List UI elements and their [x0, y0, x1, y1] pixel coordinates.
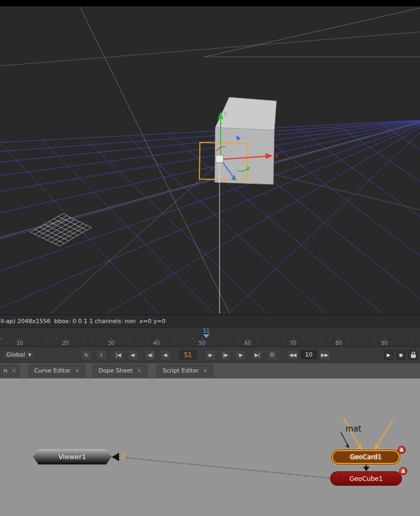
chevron-down-icon: ▾	[28, 351, 31, 358]
play-forward-button[interactable]: ▶	[205, 350, 216, 360]
node-viewer1-label: Viewer1	[58, 453, 86, 461]
node-geocube1[interactable]: GeoCube1	[330, 471, 402, 486]
viewer-input-number: 1	[121, 452, 125, 460]
frame-range-mode-select[interactable]: Global ▾	[2, 350, 36, 360]
viewer-info-text: ll-ap) 2048x1556 bbox: 0 0 1 1 channels:…	[1, 318, 165, 325]
animated-badge: A	[398, 446, 406, 454]
play-backward-button[interactable]: ◀	[160, 350, 171, 360]
node-geocard1[interactable]: GeoCard1	[332, 450, 400, 464]
viewer-info-bar: ll-ap) 2048x1556 bbox: 0 0 1 1 channels:…	[0, 315, 420, 327]
3d-viewport[interactable]: Y X	[0, 6, 420, 315]
x-axis-label: X	[275, 154, 278, 159]
goto-start-button[interactable]: |◀	[113, 350, 124, 360]
world-grid-lines	[0, 6, 420, 314]
ruler-tick-label: 70	[290, 340, 297, 346]
close-icon[interactable]: ×	[137, 368, 141, 374]
render-button[interactable]: ▶	[384, 350, 393, 360]
timeline-ruler[interactable]: 10 20 30 40 50 60 70 80 90 51	[0, 327, 420, 346]
window-top-strip	[0, 0, 420, 6]
y-axis-label: Y	[223, 112, 227, 117]
node-geocube1-label: GeoCube1	[349, 475, 383, 483]
step-forward-button[interactable]: |▶	[220, 350, 231, 360]
ruler-tick-label: 40	[153, 340, 160, 346]
close-icon[interactable]: ×	[203, 368, 207, 374]
lock-icon	[410, 351, 416, 358]
ruler-tick-label: 20	[62, 340, 69, 346]
offscreen-node-label-mat: mat	[346, 424, 362, 434]
blue-ground-grid	[0, 120, 420, 314]
tab-node-graph[interactable]: n ×	[0, 365, 20, 377]
cube-geometry[interactable]	[215, 97, 276, 184]
ruler-tick-label: 30	[108, 340, 115, 346]
node-viewer1[interactable]: Viewer1	[33, 449, 112, 464]
increment-button[interactable]: ▶▶	[319, 350, 331, 360]
ruler-tick-label: 90	[381, 340, 388, 346]
node-graph-canvas[interactable]: mat Viewer1 1 GeoCard1 A GeoCube1 A	[0, 378, 420, 516]
goto-end-button[interactable]: ▶|	[252, 350, 263, 360]
decrement-button[interactable]: ◀◀	[287, 350, 299, 360]
tab-dope-sheet[interactable]: Dope Sheet ×	[93, 365, 147, 377]
ruler-tick-label: 60	[245, 340, 251, 346]
transport-bar: Global ▾ ↻ I |◀ ◀· ◀| ◀ 51 ▶ |▶ ·▶ ▶| O …	[0, 346, 420, 362]
output-range-button[interactable]: O	[267, 350, 278, 360]
playhead-frame-label: 51	[203, 328, 210, 334]
pane-tab-bar: n × Curve Editor × Dope Sheet × Script E…	[0, 362, 420, 378]
input-range-button[interactable]: I	[96, 350, 107, 360]
loop-mode-button[interactable]: ↻	[81, 350, 92, 360]
playhead-marker[interactable]	[203, 334, 209, 338]
tab-curve-editor[interactable]: Curve Editor ×	[28, 365, 85, 377]
lock-button[interactable]	[408, 350, 418, 360]
frame-increment-field[interactable]: 10	[301, 350, 317, 359]
ruler-tick-label: 80	[335, 340, 342, 346]
viewer-input-arrow[interactable]	[112, 453, 119, 461]
record-flipbook-button[interactable]: ◉	[396, 350, 406, 360]
ruler-tick-label: 50	[199, 340, 206, 346]
close-icon[interactable]: ×	[12, 368, 16, 374]
close-icon[interactable]: ×	[75, 368, 79, 374]
ruler-tick-label: 10	[16, 340, 23, 346]
current-frame-field[interactable]: 51	[179, 350, 197, 360]
animated-badge: A	[399, 467, 407, 475]
next-keyframe-button[interactable]: ·▶	[235, 350, 246, 360]
tab-script-editor[interactable]: Script Editor ×	[157, 365, 213, 377]
prev-keyframe-button[interactable]: ◀·	[128, 350, 139, 360]
node-geocard1-label: GeoCard1	[350, 453, 382, 461]
step-back-button[interactable]: ◀|	[145, 350, 156, 360]
card-wireframe-mesh[interactable]	[30, 214, 91, 246]
